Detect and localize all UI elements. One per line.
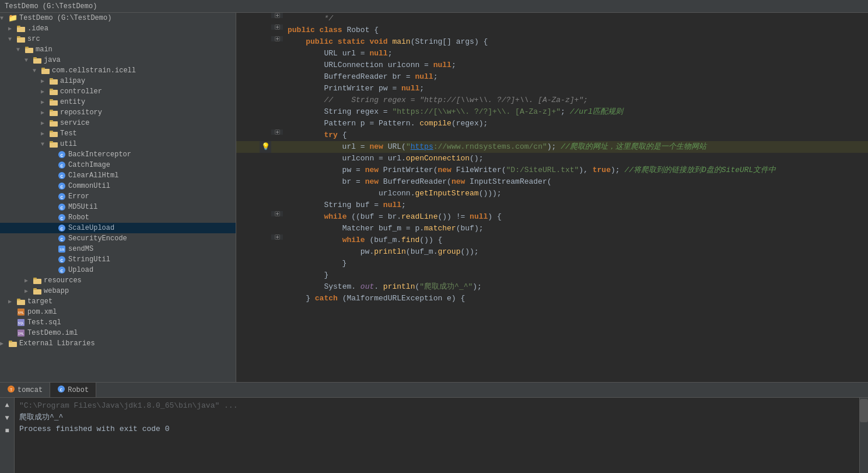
svg-rect-14 xyxy=(50,100,58,106)
scroll-up-btn[interactable]: ▲ xyxy=(2,400,12,411)
folder-icon xyxy=(16,34,26,44)
svg-text:C: C xyxy=(61,153,64,158)
bulb-icon: 💡 xyxy=(261,141,270,153)
tree-item-resources[interactable]: ▶resources xyxy=(0,275,236,286)
bottom-tab-robot[interactable]: CRobot xyxy=(50,382,96,397)
tree-item-Upload[interactable]: CUpload xyxy=(0,265,236,275)
line-code: br = new BufferedReader(new InputStreamR… xyxy=(283,176,868,188)
line-code: } xyxy=(283,269,868,281)
code-line-15: urlconn.getInputStream())); xyxy=(236,188,868,199)
arrow-icon: ▼ xyxy=(8,36,15,43)
tree-item-SecurityEncode[interactable]: CSecurityEncode xyxy=(0,233,236,244)
svg-rect-0 xyxy=(17,27,25,32)
tree-item-com[interactable]: ▼com.cellstrain.icell xyxy=(0,65,236,76)
tree-label: CommonUtil xyxy=(68,182,110,190)
svg-rect-2 xyxy=(17,37,25,43)
svg-rect-17 xyxy=(50,110,53,111)
arrow-icon: ▼ xyxy=(41,141,48,148)
svg-rect-53 xyxy=(17,299,20,300)
svg-rect-51 xyxy=(33,288,37,290)
code-editor[interactable]: */public class Robot { public static voi… xyxy=(236,13,868,382)
tree-label: sendMS xyxy=(68,245,93,253)
tree-item-Robot[interactable]: CRobot xyxy=(0,212,236,223)
console-line-3: Process finished with exit code 0 xyxy=(19,423,855,435)
svg-rect-7 xyxy=(33,57,37,59)
tree-item-target[interactable]: ▶target xyxy=(0,296,236,307)
fold-icon[interactable] xyxy=(271,129,283,135)
folder-icon xyxy=(8,339,18,348)
svg-text:C: C xyxy=(61,237,64,242)
tree-label: BackInterceptor xyxy=(68,150,131,159)
svg-rect-19 xyxy=(50,120,53,122)
code-line-20: pw.println(buf_m.group()); xyxy=(236,246,868,258)
folder-icon xyxy=(16,297,26,306)
tree-item-java[interactable]: ▼java xyxy=(0,55,236,65)
fold-icon[interactable] xyxy=(271,36,283,41)
tree-item-StringUtil[interactable]: CStringUtil xyxy=(0,254,236,265)
tree-item-ClearAllHtml[interactable]: CClearAllHtml xyxy=(0,170,236,181)
file-tree[interactable]: ▼📁TestDemo (G:\TestDemo)▶.idea▼src▼main▼… xyxy=(0,13,236,382)
code-line-22: } xyxy=(236,269,868,281)
bottom-tab-tomcat[interactable]: Ttomcat xyxy=(0,382,50,397)
tree-item-alipay[interactable]: ▶alipay xyxy=(0,76,236,86)
tree-item-CatchImage[interactable]: CCatchImage xyxy=(0,160,236,170)
console-toolbar: ▲ ▼ ■ xyxy=(0,398,15,473)
tree-item-main[interactable]: ▼main xyxy=(0,44,236,55)
svg-text:C: C xyxy=(61,216,64,221)
tree-label: util xyxy=(60,140,77,148)
tree-item-repository[interactable]: ▶repository xyxy=(0,107,236,118)
java-icon: C xyxy=(57,181,66,191)
tree-item-Test_sql[interactable]: SQLTest.sql xyxy=(0,317,236,328)
tree-label: StringUtil xyxy=(68,255,110,264)
line-code: } catch (MalformedURLException e) { xyxy=(283,293,868,304)
tree-item-Test[interactable]: ▶Test xyxy=(0,128,236,139)
arrow-icon: ▶ xyxy=(41,88,48,95)
code-line-1: public class Robot { xyxy=(236,24,868,36)
tree-item-util[interactable]: ▼util xyxy=(0,139,236,149)
svg-text:C: C xyxy=(61,174,64,179)
line-code: public class Robot { xyxy=(283,24,868,36)
tree-item-src[interactable]: ▼src xyxy=(0,34,236,44)
code-line-21: } xyxy=(236,258,868,269)
arrow-icon: ▶ xyxy=(8,25,15,32)
svg-rect-15 xyxy=(50,99,53,101)
tree-item-webapp[interactable]: ▶webapp xyxy=(0,286,236,296)
tree-label: Test.sql xyxy=(27,318,61,327)
code-line-4: URLConnection urlconn = null; xyxy=(236,59,868,71)
fold-icon[interactable] xyxy=(271,24,283,30)
svg-rect-11 xyxy=(50,78,53,80)
tree-label: TestDemo (G:\TestDemo) xyxy=(19,14,111,22)
tree-item-CommonUtil[interactable]: CCommonUtil xyxy=(0,181,236,191)
tree-item-MD5Util[interactable]: CMD5Util xyxy=(0,202,236,212)
tree-item-idea[interactable]: ▶.idea xyxy=(0,23,236,34)
java-icon: C xyxy=(57,234,66,243)
code-line-19: while (buf_m.find()) { xyxy=(236,234,868,246)
svg-rect-20 xyxy=(50,132,58,137)
tree-item-ScaleUpload[interactable]: CScaleUpload xyxy=(0,223,236,233)
code-line-13: pw = new PrintWriter(new FileWriter("D:/… xyxy=(236,164,868,176)
svg-text:C: C xyxy=(60,387,63,393)
tree-item-ExternalLibraries[interactable]: ▶External Libraries xyxy=(0,338,236,349)
folder-icon xyxy=(16,24,26,33)
tree-item-entity[interactable]: ▶entity xyxy=(0,97,236,107)
fold-icon[interactable] xyxy=(271,234,283,240)
tree-item-Error[interactable]: CError xyxy=(0,191,236,202)
fold-icon[interactable] xyxy=(271,211,283,216)
code-line-12: urlconn = url.openConnection(); xyxy=(236,153,868,164)
console-line-0: "C:\Program Files\Java\jdk1.8.0_65\bin\j… xyxy=(19,400,855,412)
tree-item-pom[interactable]: XMLpom.xml xyxy=(0,307,236,317)
scroll-down-btn[interactable]: ▼ xyxy=(2,413,12,423)
tree-item-testdemo[interactable]: ▼📁TestDemo (G:\TestDemo) xyxy=(0,13,236,23)
tree-item-service[interactable]: ▶service xyxy=(0,118,236,128)
tree-item-controller[interactable]: ▶controller xyxy=(0,86,236,97)
tree-item-TestDemo_iml[interactable]: IMLTestDemo.iml xyxy=(0,328,236,338)
code-line-11: 💡 url = new URL("https://www.rndsystems.… xyxy=(236,141,868,153)
tree-item-sendMS[interactable]: smsendMS xyxy=(0,244,236,254)
svg-text:C: C xyxy=(61,268,64,274)
svg-rect-6 xyxy=(33,58,41,64)
title-bar: TestDemo (G:\TestDemo) xyxy=(0,0,868,13)
stop-btn[interactable]: ■ xyxy=(2,426,12,436)
tree-label: service xyxy=(60,119,89,127)
tree-item-BackInterceptor[interactable]: CBackInterceptor xyxy=(0,149,236,160)
fold-icon[interactable] xyxy=(271,13,283,18)
